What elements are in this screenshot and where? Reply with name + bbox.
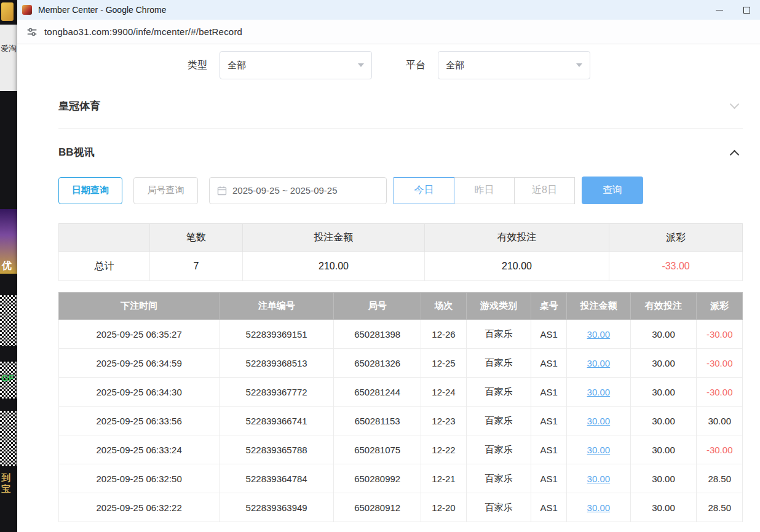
valid-bet-cell: 30.00 <box>630 378 697 407</box>
platform-filter-label: 平台 <box>406 59 426 72</box>
summary-total-row: 总计 7 210.00 210.00 -33.00 <box>59 252 743 281</box>
payout-cell: 28.50 <box>697 493 743 522</box>
summary-valid-value: 210.00 <box>424 252 609 281</box>
url-text[interactable]: tongbao31.com:9900/infe/mcenter/#/betRec… <box>44 26 242 37</box>
query-bar: 日期查询 局号查询 2025-09-25 ~ 2025-09-25 今日 昨日 … <box>58 177 743 204</box>
header-bet-time: 下注时间 <box>59 293 220 320</box>
bet-amount-link[interactable]: 30.00 <box>587 416 611 426</box>
bet-amount-link[interactable]: 30.00 <box>587 387 611 397</box>
date-query-tab[interactable]: 日期查询 <box>58 177 122 204</box>
maximize-button[interactable] <box>733 0 760 20</box>
window-title: Member Center - Google Chrome <box>38 5 167 15</box>
page-favicon <box>22 5 32 15</box>
payout-cell: 30.00 <box>697 407 743 435</box>
payout-cell: 28.50 <box>697 464 743 493</box>
table-number-cell: AS1 <box>531 464 567 493</box>
date-range-input[interactable]: 2025-09-25 ~ 2025-09-25 <box>209 177 387 204</box>
today-button[interactable]: 今日 <box>394 177 454 204</box>
summary-total-label: 总计 <box>59 252 150 281</box>
order-number-cell: 522839366741 <box>220 407 334 435</box>
summary-header-bet: 投注金额 <box>243 224 425 252</box>
yesterday-button[interactable]: 昨日 <box>454 177 515 204</box>
order-number-cell: 522839367772 <box>220 378 334 407</box>
platform-select[interactable]: 全部 <box>438 51 590 79</box>
round-number-cell: 650281153 <box>334 407 421 435</box>
recent-8-days-button[interactable]: 近8日 <box>514 177 575 204</box>
type-select-value: 全部 <box>228 60 358 71</box>
bet-record-page: 类型 全部 平台 全部 皇冠体育 BB视讯 日期查询 局号查询 <box>17 44 760 532</box>
background-text-daobao: 到宝 <box>1 472 17 494</box>
payout-cell: -30.00 <box>697 378 743 407</box>
session-cell: 12-24 <box>421 378 466 407</box>
background-window-edge <box>0 25 17 91</box>
section-bb-video[interactable]: BB视讯 <box>58 145 743 159</box>
header-table-number: 桌号 <box>531 293 567 320</box>
round-number-cell: 650280992 <box>334 464 421 493</box>
section-divider <box>58 128 743 129</box>
valid-bet-cell: 30.00 <box>630 407 697 435</box>
payout-cell: -30.00 <box>697 320 743 349</box>
round-number-cell: 650280912 <box>334 493 421 522</box>
minimize-button[interactable] <box>706 0 733 20</box>
table-number-cell: AS1 <box>531 378 567 407</box>
bet-time-cell: 2025-09-25 06:33:24 <box>59 435 220 464</box>
valid-bet-cell: 30.00 <box>630 493 697 522</box>
summary-header-payout: 派彩 <box>609 224 743 252</box>
chevron-down-icon <box>576 63 582 67</box>
round-query-tab[interactable]: 局号查询 <box>133 177 198 204</box>
order-number-cell: 522839364784 <box>220 464 334 493</box>
game-type-cell: 百家乐 <box>466 349 531 378</box>
game-type-cell: 百家乐 <box>466 320 531 349</box>
browser-urlbar[interactable]: tongbao31.com:9900/infe/mcenter/#/betRec… <box>17 20 760 44</box>
header-payout: 派彩 <box>697 293 743 320</box>
table-row: 2025-09-25 06:34:30 522839367772 6502812… <box>59 378 743 407</box>
round-number-cell: 650281075 <box>334 435 421 464</box>
search-button[interactable]: 查询 <box>582 177 643 204</box>
session-cell: 12-20 <box>421 493 466 522</box>
order-number-cell: 522839368513 <box>220 349 334 378</box>
header-valid-bet: 有效投注 <box>630 293 697 320</box>
filter-row: 类型 全部 平台 全部 <box>188 51 743 79</box>
payout-cell: -30.00 <box>697 349 743 378</box>
header-game-type: 游戏类别 <box>466 293 531 320</box>
round-number-cell: 650281244 <box>334 378 421 407</box>
header-order-number: 注单编号 <box>220 293 334 320</box>
chevron-down-icon[interactable] <box>730 100 740 109</box>
summary-header-row: 笔数 投注金额 有效投注 派彩 <box>59 224 743 252</box>
site-settings-icon[interactable] <box>26 26 38 38</box>
qr-code-image <box>0 411 17 466</box>
window-titlebar[interactable]: Member Center - Google Chrome <box>17 0 760 20</box>
round-number-cell: 650281398 <box>334 320 421 349</box>
bet-time-cell: 2025-09-25 06:32:50 <box>59 464 220 493</box>
qr-code-image <box>0 295 17 346</box>
order-number-cell: 522839363949 <box>220 493 334 522</box>
session-cell: 12-23 <box>421 407 466 435</box>
table-row: 2025-09-25 06:33:24 522839365788 6502810… <box>59 435 743 464</box>
bet-amount-link[interactable]: 30.00 <box>587 502 611 513</box>
summary-header-count: 笔数 <box>149 224 242 252</box>
game-type-cell: 百家乐 <box>466 493 531 522</box>
table-number-cell: AS1 <box>531 407 567 435</box>
browser-window: Member Center - Google Chrome tongbao31.… <box>17 0 760 532</box>
type-select[interactable]: 全部 <box>220 51 372 79</box>
bet-time-cell: 2025-09-25 06:32:22 <box>59 493 220 522</box>
minimize-icon <box>716 10 723 10</box>
summary-payout-value: -33.00 <box>609 252 743 281</box>
background-promo-image: 优 <box>0 209 17 274</box>
chevron-up-icon[interactable] <box>730 150 740 160</box>
section-crown-sports[interactable]: 皇冠体育 <box>58 99 743 113</box>
section-crown-title: 皇冠体育 <box>58 99 100 113</box>
bet-amount-link[interactable]: 30.00 <box>587 329 611 339</box>
bet-amount-link[interactable]: 30.00 <box>587 445 611 455</box>
table-row: 2025-09-25 06:33:56 522839366741 6502811… <box>59 407 743 435</box>
session-cell: 12-22 <box>421 435 466 464</box>
header-bet-amount: 投注金额 <box>567 293 630 320</box>
bet-amount-link[interactable]: 30.00 <box>587 474 611 484</box>
table-number-cell: AS1 <box>531 435 567 464</box>
background-text-aitao: 爱淘 <box>1 44 17 54</box>
summary-count-value: 7 <box>149 252 242 281</box>
bet-amount-link[interactable]: 30.00 <box>587 358 611 368</box>
bet-records-table: 下注时间 注单编号 局号 场次 游戏类别 桌号 投注金额 有效投注 派彩 202… <box>58 292 743 522</box>
table-number-cell: AS1 <box>531 349 567 378</box>
table-row: 2025-09-25 06:32:50 522839364784 6502809… <box>59 464 743 493</box>
